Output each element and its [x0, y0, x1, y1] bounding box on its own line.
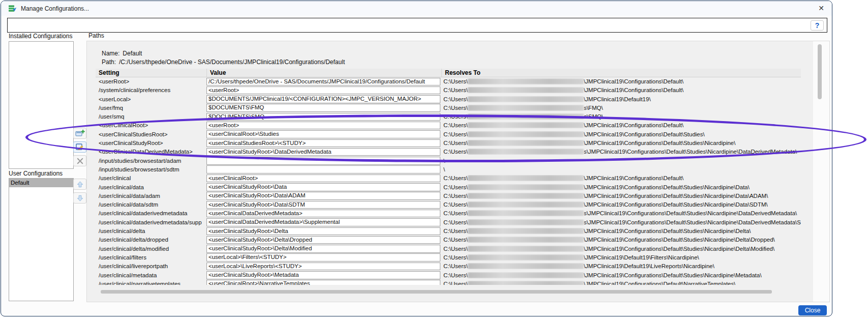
table-row[interactable]: <userRoot> /C:/Users/thpede/OneDrive - S…: [96, 77, 801, 86]
setting-cell: /user/clinical/delta/modified: [99, 246, 169, 252]
table-row[interactable]: /user/smq $DOCUMENTS\SMQ C:\Users\s\SMQ\: [96, 112, 801, 121]
resolves-to-cell: C:\Users\s\JMPClinical19\Configurations\…: [443, 149, 801, 155]
move-down-button[interactable]: [73, 192, 86, 204]
value-input[interactable]: <userClinicalStudyRoot>\Delta\Modified: [206, 245, 440, 253]
value-input[interactable]: <userRoot>: [206, 86, 440, 95]
setting-cell: /user/clinical/metadata: [99, 272, 157, 278]
resolves-suffix: \JMPClinical19\Configurations\Default\St…: [584, 237, 775, 243]
value-input[interactable]: $DOCUMENTS/JMPClinical19/<CONFIGURATION>…: [206, 95, 440, 103]
table-row[interactable]: /user/clinical/livereportpath <userLocal…: [96, 262, 801, 271]
resolves-prefix: C:\Users\: [443, 113, 468, 120]
table-row[interactable]: <userClinicalStudiesRoot> <userClinicalR…: [96, 130, 801, 139]
move-up-button[interactable]: [73, 179, 86, 190]
redacted-username-blur: [468, 175, 584, 181]
user-configurations-list[interactable]: Default: [9, 178, 74, 301]
table-row[interactable]: /system/clinical/preferences <userRoot> …: [96, 86, 801, 95]
list-item-default[interactable]: Default: [9, 179, 73, 187]
table-row[interactable]: /user/clinical/dataderivedmetadata/supp …: [96, 218, 801, 227]
installed-configurations-label: Installed Configurations: [9, 33, 72, 40]
value-input[interactable]: <userClinicalStudyRoot>\DataDerivedMetad…: [206, 148, 440, 156]
table-row[interactable]: <userLocal> $DOCUMENTS/JMPClinical19/<CO…: [96, 95, 801, 104]
table-row[interactable]: <userClinicalRoot> <userRoot> C:\Users\\…: [96, 121, 801, 130]
value-input[interactable]: <userClinicalDataDerivedMetadata>\Supple…: [206, 218, 440, 226]
help-button[interactable]: ?: [811, 20, 824, 31]
value-input[interactable]: [206, 165, 440, 173]
value-input[interactable]: <userLocal>\Filters\<STUDY>: [206, 253, 440, 262]
redacted-username-blur: [468, 219, 584, 225]
close-window-icon[interactable]: ✕: [816, 3, 827, 14]
redacted-username-blur: [468, 246, 584, 252]
value-input[interactable]: $DOCUMENTS\SMQ: [206, 113, 440, 121]
installed-configurations-list[interactable]: [9, 41, 74, 169]
table-row[interactable]: /user/clinical/data/sdtm <userClinicalSt…: [96, 200, 801, 209]
setting-cell: /user/clinical/dataderivedmetadata: [99, 210, 188, 216]
resolves-suffix: s\JMPClinical19\Configurations\Default\S…: [584, 210, 797, 216]
add-configuration-icon: [75, 129, 85, 137]
value-input[interactable]: $DOCUMENTS\FMQ: [206, 104, 440, 112]
value-input[interactable]: <userClinicalStudyRoot>\Metadata: [206, 271, 440, 279]
name-label: Name:: [102, 50, 119, 57]
edit-pencil-icon: [76, 143, 84, 151]
value-input[interactable]: <userClinicalRoot>: [206, 175, 440, 183]
value-input[interactable]: <userClinicalRoot>\NarrativeTemplates: [206, 280, 440, 285]
value-input[interactable]: <userClinicalStudyRoot>\Data\ADAM: [206, 192, 440, 200]
resolves-to-cell: C:\Users\\JMPClinical19\Configurations\D…: [443, 193, 801, 199]
table-row[interactable]: /user/clinical/delta <userClinicalStudyR…: [96, 227, 801, 236]
resolves-to-cell: C:\Users\s\SMQ\: [443, 113, 801, 120]
table-row[interactable]: /user/fmq $DOCUMENTS\FMQ C:\Users\s\FMQ\: [96, 104, 801, 112]
value-input[interactable]: <userClinicalDataDerivedMetadata>: [206, 210, 440, 218]
table-row[interactable]: <userClinicalDataDerivedMetadata> <userC…: [96, 148, 801, 156]
redacted-username-blur: [468, 184, 584, 190]
resolves-to-cell: C:\Users\\JMPClinical19\Configurations\D…: [443, 87, 801, 93]
table-row[interactable]: /input/studies/browsestart/sdtm \: [96, 165, 801, 174]
add-configuration-button[interactable]: [73, 128, 86, 139]
value-input[interactable]: <userRoot>: [206, 122, 440, 130]
resolves-to-cell: C:\Users\s\JMPClinical19\Configurations\…: [443, 210, 801, 216]
table-row[interactable]: /input/studies/browsestart/adam \: [96, 157, 801, 165]
horizontal-scrollbar-thumb[interactable]: [101, 290, 772, 294]
value-input[interactable]: <userClinicalStudyRoot>\Delta: [206, 227, 440, 236]
resolves-suffix: \JMPClinical19\Configurations\Default\: [584, 78, 683, 84]
value-input[interactable]: <userClinicalStudyRoot>\Delta\Dropped: [206, 236, 440, 244]
table-row[interactable]: <userClinicalStudyRoot> <userClinicalStu…: [96, 139, 801, 148]
delete-x-icon: [76, 157, 84, 165]
value-input[interactable]: <userLocal>\LiveReports\<STUDY>: [206, 263, 440, 271]
edit-configuration-button[interactable]: [73, 141, 86, 153]
path-label: Path:: [102, 59, 116, 66]
manage-configurations-dialog: Manage Configurations... ✕ ? Installed C…: [1, 1, 832, 316]
table-row[interactable]: /user/clinical/dataderivedmetadata <user…: [96, 209, 801, 218]
table-row[interactable]: /user/clinical/metadata <userClinicalStu…: [96, 271, 801, 280]
path-value: /C:/Users/thpede/OneDrive - SAS/Document…: [119, 59, 345, 66]
value-input[interactable]: /C:/Users/thpede/OneDrive - SAS/Document…: [206, 78, 440, 86]
table-row[interactable]: /user/clinical <userClinicalRoot> C:\Use…: [96, 174, 801, 183]
value-input[interactable]: [206, 157, 440, 165]
vertical-scrollbar-thumb[interactable]: [818, 44, 822, 99]
delete-configuration-button[interactable]: [73, 155, 86, 166]
value-input[interactable]: <userClinicalRoot>\Studies: [206, 130, 440, 138]
table-row[interactable]: /user/clinical/delta/dropped <userClinic…: [96, 236, 801, 244]
table-row[interactable]: /user/clinical/filters <userLocal>\Filte…: [96, 253, 801, 262]
resolves-to-cell: C:\Users\\JMPClinical19\Default19\: [443, 96, 801, 102]
setting-cell: /user/clinical/data/adam: [99, 193, 160, 199]
column-header-resolves-to: Resolves To: [441, 69, 801, 77]
redacted-username-blur: [468, 78, 584, 84]
resolves-to-cell: C:\Users\s\JMPClinical19\Configurations\…: [443, 219, 801, 225]
resolves-prefix: C:\Users\: [443, 210, 468, 216]
close-button[interactable]: Close: [798, 305, 827, 315]
resolves-to-cell: C:\Users\\JMPClinical19\Configurations\D…: [443, 228, 801, 234]
resolves-suffix: \JMPClinical19\Configurations\Default\: [584, 87, 683, 93]
resolves-to-cell: \: [443, 158, 801, 164]
value-input[interactable]: <userClinicalStudyRoot>\Data: [206, 183, 440, 191]
table-row[interactable]: /user/clinical/data/adam <userClinicalSt…: [96, 192, 801, 200]
toolbar: ?: [7, 18, 827, 33]
redacted-username-blur: [468, 201, 584, 208]
settings-table-body: <userRoot> /C:/Users/thpede/OneDrive - S…: [96, 77, 801, 285]
value-input[interactable]: <userClinicalStudiesRoot>\<STUDY>: [206, 139, 440, 148]
resolves-suffix: s\JMPClinical19\Configurations\Default\S…: [584, 149, 797, 155]
setting-cell: /user/clinical/data/sdtm: [99, 201, 158, 208]
table-row[interactable]: /user/clinical/narrativetemplates <userC…: [96, 280, 801, 285]
resolves-suffix: \: [443, 166, 445, 172]
value-input[interactable]: <userClinicalStudyRoot>\Data\SDTM: [206, 201, 440, 209]
table-row[interactable]: /user/clinical/delta/modified <userClini…: [96, 245, 801, 253]
table-row[interactable]: /user/clinical/data <userClinicalStudyRo…: [96, 183, 801, 192]
